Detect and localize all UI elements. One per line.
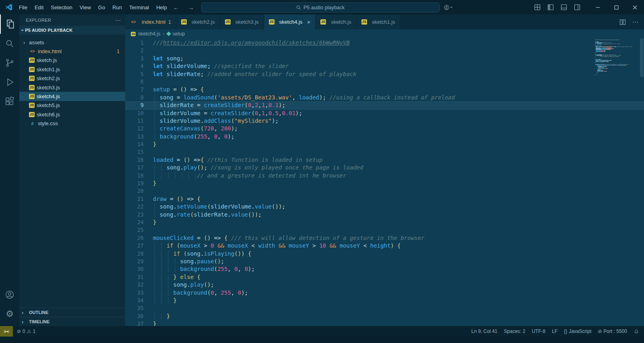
code-line-9[interactable]: 9│ sliderRate = createSlider(0,2,1,0.1); bbox=[125, 101, 644, 109]
language-mode[interactable]: {} JavaScript bbox=[564, 329, 591, 334]
code-line-35[interactable]: 35 bbox=[125, 304, 644, 312]
explorer-item-sketch3.js[interactable]: JSsketch3.js bbox=[19, 83, 125, 92]
activity-settings[interactable]: ⚙ bbox=[0, 304, 19, 324]
explorer-item-sketch6.js[interactable]: JSsketch6.js bbox=[19, 110, 125, 119]
live-server-port[interactable]: ⊘ Port : 5500 bbox=[598, 329, 627, 334]
menu-file[interactable]: File bbox=[15, 4, 31, 10]
minimize-button[interactable] bbox=[588, 0, 607, 14]
explorer-item-assets[interactable]: ›assets bbox=[19, 38, 125, 47]
encoding-status[interactable]: UTF-8 bbox=[532, 329, 545, 334]
problems-status[interactable]: ⊘ 0 ⚠ 1 bbox=[17, 329, 35, 334]
eol-status[interactable]: LF bbox=[552, 329, 557, 334]
code-line-22[interactable]: 22│ song.setVolume(sliderVolume.value())… bbox=[125, 203, 644, 211]
code-line-31[interactable]: 31│ │ │ } else { bbox=[125, 273, 644, 281]
menu-run[interactable]: Run bbox=[109, 4, 126, 10]
code-line-2[interactable]: 2 bbox=[125, 47, 644, 54]
editor-layout-icon[interactable] bbox=[534, 4, 541, 10]
back-icon[interactable]: ← bbox=[173, 4, 179, 11]
code-line-15[interactable]: 15 bbox=[125, 148, 644, 156]
indentation-status[interactable]: Spaces: 2 bbox=[504, 329, 525, 334]
maximize-button[interactable] bbox=[607, 0, 625, 14]
scrollbar-thumb[interactable] bbox=[640, 38, 644, 77]
breadcrumb-symbol[interactable]: setup bbox=[173, 31, 185, 37]
bell-icon[interactable] bbox=[634, 329, 639, 334]
code-line-21[interactable]: 21draw = () => { bbox=[125, 195, 644, 203]
menu-terminal[interactable]: Terminal bbox=[126, 4, 153, 10]
menu-selection[interactable]: Selection bbox=[47, 4, 76, 10]
explorer-item-sketch5.js[interactable]: JSsketch5.js bbox=[19, 101, 125, 110]
split-editor-icon[interactable] bbox=[619, 19, 626, 25]
activity-accounts[interactable] bbox=[0, 285, 19, 304]
code-line-33[interactable]: 33│ │ │ background(0, 255, 0); bbox=[125, 289, 644, 297]
code-line-32[interactable]: 32│ │ │ song.play(); bbox=[125, 281, 644, 289]
code-line-14[interactable]: 14} bbox=[125, 141, 644, 148]
toggle-sidebar-icon[interactable] bbox=[547, 4, 554, 10]
menu-help[interactable]: Help bbox=[153, 4, 171, 10]
explorer-item-sketch2.js[interactable]: JSsketch2.js bbox=[19, 74, 125, 83]
tab-sketch3.js[interactable]: JSsketch3.js bbox=[220, 14, 264, 29]
activity-run-debug[interactable] bbox=[0, 72, 19, 92]
code-line-36[interactable]: 36│ │ } bbox=[125, 312, 644, 320]
activity-search[interactable] bbox=[0, 34, 19, 53]
port-icon: ⊘ bbox=[598, 329, 602, 334]
code-line-27[interactable]: 27│ │ if (mouseX > 0 && mouseX < width &… bbox=[125, 242, 644, 250]
code-line-6[interactable]: 6 bbox=[125, 78, 644, 86]
editor-more-actions-icon[interactable]: ⋯ bbox=[632, 19, 638, 26]
explorer-item-sketch1.js[interactable]: JSsketch1.js bbox=[19, 65, 125, 74]
menu-edit[interactable]: Edit bbox=[31, 4, 47, 10]
code-line-26[interactable]: 26mouseClicked = () => { /// this will a… bbox=[125, 234, 644, 242]
explorer-item-sketch.js[interactable]: JSsketch.js bbox=[19, 56, 125, 65]
explorer-item-sketch4.js[interactable]: JSsketch4.js bbox=[19, 92, 125, 101]
code-line-18[interactable]: 18│ │ │ │ │ │ │// and a gresture is dete… bbox=[125, 172, 644, 180]
code-line-30[interactable]: 30│ │ │ │ background(255, 0, 0); bbox=[125, 265, 644, 273]
code-line-20[interactable]: 20 bbox=[125, 187, 644, 195]
code-line-1[interactable]: 1///https://editor.p5js.org/amygoodchild… bbox=[125, 39, 644, 47]
tab-sketch.js[interactable]: JSsketch.js bbox=[316, 14, 357, 29]
explorer-item-index.html[interactable]: <>index.html1 bbox=[19, 47, 125, 56]
code-line-34[interactable]: 34│ │ │ } bbox=[125, 297, 644, 304]
account-menu[interactable]: › bbox=[444, 0, 452, 14]
tab-sketch4.js[interactable]: JSsketch4.js× bbox=[264, 14, 316, 29]
cursor-position[interactable]: Ln 9, Col 41 bbox=[471, 329, 497, 334]
activity-extensions[interactable] bbox=[0, 92, 19, 111]
minimap[interactable] bbox=[595, 39, 638, 76]
code-line-12[interactable]: 12│ createCanvas(720, 200); bbox=[125, 125, 644, 132]
tab-index.html[interactable]: <>index.html1 bbox=[125, 14, 176, 29]
command-center-search[interactable]: P5 audio playback bbox=[201, 2, 440, 12]
code-line-3[interactable]: 3let song; bbox=[125, 55, 644, 62]
activity-source-control[interactable] bbox=[0, 53, 19, 72]
code-line-13[interactable]: 13│ background(255, 0, 0); bbox=[125, 133, 644, 141]
toggle-secondary-sidebar-icon[interactable] bbox=[574, 4, 580, 10]
toggle-panel-icon[interactable] bbox=[561, 4, 567, 10]
section-outline[interactable]: ›OUTLINE bbox=[19, 308, 125, 317]
remote-indicator[interactable]: >< bbox=[0, 326, 13, 337]
code-line-16[interactable]: 16loaded = () =>{ //this function is loa… bbox=[125, 156, 644, 164]
code-line-11[interactable]: 11│ sliderVolume.addClass("mySliders"); bbox=[125, 117, 644, 125]
tab-sketch2.js[interactable]: JSsketch2.js bbox=[176, 14, 220, 29]
code-line-25[interactable]: 25 bbox=[125, 226, 644, 234]
code-line-8[interactable]: 8│ song = loadSound('assets/DS_Beat23.wa… bbox=[125, 94, 644, 101]
menu-go[interactable]: Go bbox=[95, 4, 109, 10]
code-line-24[interactable]: 24} bbox=[125, 219, 644, 226]
more-actions-icon[interactable]: ⋯ bbox=[116, 17, 121, 23]
tab-sketch1.js[interactable]: JSsketch1.js bbox=[357, 14, 400, 29]
code-line-7[interactable]: 7setup = () => { bbox=[125, 86, 644, 93]
activity-explorer[interactable] bbox=[0, 14, 20, 34]
menu-view[interactable]: View bbox=[76, 4, 95, 10]
section-timeline[interactable]: ›TIMELINE bbox=[19, 317, 125, 326]
code-line-10[interactable]: 10│ sliderVolume = createSlider(0,1,0.5,… bbox=[125, 110, 644, 117]
explorer-item-style.css[interactable]: #style.css bbox=[19, 119, 125, 128]
code-line-28[interactable]: 28│ │ │ if (song.isPlaying()) { bbox=[125, 250, 644, 258]
close-window-button[interactable] bbox=[625, 0, 644, 14]
code-line-4[interactable]: 4let sliderVolume; //specified the slide… bbox=[125, 62, 644, 70]
forward-icon[interactable]: → bbox=[188, 4, 194, 11]
breadcrumb-file[interactable]: sketch4.js bbox=[138, 31, 161, 37]
project-root-folder[interactable]: › P5 AUDIO PLAYBACK bbox=[19, 26, 125, 35]
code-line-23[interactable]: 23│ song.rate(sliderRate.value()); bbox=[125, 211, 644, 219]
code-line-17[interactable]: 17│ │ song.play(); //song is only played… bbox=[125, 164, 644, 172]
code-line-5[interactable]: 5let sliderRate; //added another slider … bbox=[125, 70, 644, 78]
code-editor[interactable]: 1///https://editor.p5js.org/amygoodchild… bbox=[125, 38, 644, 327]
code-line-19[interactable]: 19} bbox=[125, 180, 644, 187]
close-tab-icon[interactable]: × bbox=[307, 19, 310, 25]
code-line-29[interactable]: 29│ │ │ │ song.pause(); bbox=[125, 258, 644, 265]
